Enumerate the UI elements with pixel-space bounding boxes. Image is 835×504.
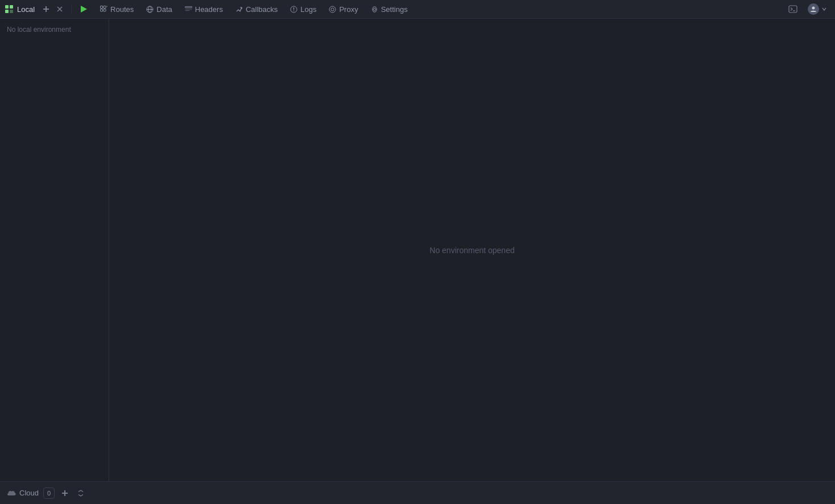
add-cloud-button[interactable]: [59, 488, 71, 499]
titlebar: Local Routes: [0, 0, 835, 19]
env-name-label: Local: [17, 5, 35, 14]
main-content: No environment opened: [109, 19, 835, 481]
close-env-button[interactable]: [54, 3, 65, 15]
nav-data[interactable]: Data: [140, 3, 177, 16]
bottombar: Cloud 0: [0, 481, 835, 504]
svg-rect-10: [104, 6, 106, 8]
no-env-opened-text: No environment opened: [429, 246, 514, 255]
main-layout: No local environment No environment open…: [0, 19, 835, 481]
svg-rect-2: [5, 10, 9, 13]
svg-rect-12: [104, 9, 106, 11]
svg-rect-18: [185, 9, 192, 9]
user-icon: [810, 6, 817, 13]
chevron-down-icon: [821, 6, 827, 12]
no-local-env-text: No local environment: [0, 23, 109, 36]
svg-point-28: [812, 7, 815, 10]
add-env-button[interactable]: [40, 3, 52, 15]
sidebar: No local environment: [0, 19, 109, 481]
svg-marker-8: [81, 6, 87, 13]
main-nav: Routes Data Headers: [94, 3, 784, 16]
data-icon: [146, 6, 154, 13]
cloud-section: Cloud: [7, 489, 39, 497]
sort-icon: [77, 490, 84, 497]
cloud-label-text: Cloud: [19, 489, 39, 497]
app-logo: Local: [5, 5, 36, 14]
plus-icon: [61, 490, 68, 497]
nav-callbacks[interactable]: Callbacks: [230, 3, 283, 16]
plus-icon: [43, 6, 49, 13]
avatar: [808, 3, 819, 15]
nav-logs[interactable]: Logs: [284, 3, 322, 16]
svg-rect-3: [10, 10, 13, 13]
callbacks-icon: [235, 6, 243, 13]
svg-rect-11: [101, 9, 103, 11]
nav-headers[interactable]: Headers: [179, 3, 229, 16]
svg-rect-13: [106, 6, 108, 7]
svg-point-22: [294, 10, 295, 11]
svg-rect-0: [5, 5, 9, 9]
svg-point-24: [331, 8, 334, 11]
divider: [71, 4, 72, 14]
cloud-icon: [7, 490, 16, 497]
titlebar-right: [786, 2, 830, 16]
close-icon: [57, 6, 63, 12]
cloud-badge: 0: [43, 488, 55, 499]
settings-icon: [371, 6, 378, 13]
nav-proxy[interactable]: Proxy: [323, 3, 363, 16]
user-menu-button[interactable]: [804, 2, 830, 16]
svg-rect-9: [101, 6, 103, 8]
svg-rect-17: [185, 6, 192, 7]
proxy-icon: [329, 6, 336, 13]
nav-settings[interactable]: Settings: [365, 3, 414, 16]
logs-icon: [290, 6, 297, 13]
nav-routes[interactable]: Routes: [94, 3, 139, 16]
sort-button[interactable]: [75, 488, 86, 499]
play-icon: [80, 5, 88, 13]
svg-point-23: [329, 6, 336, 13]
play-button[interactable]: [77, 3, 90, 15]
svg-point-25: [373, 8, 375, 10]
svg-rect-26: [789, 6, 797, 13]
headers-icon: [185, 6, 192, 13]
app-icon: [5, 5, 14, 14]
svg-rect-19: [185, 10, 189, 11]
svg-rect-30: [62, 493, 68, 494]
terminal-icon: [788, 5, 797, 14]
svg-rect-5: [43, 9, 49, 10]
grid-icon: [100, 6, 108, 13]
terminal-button[interactable]: [786, 2, 800, 16]
svg-rect-1: [10, 5, 13, 9]
